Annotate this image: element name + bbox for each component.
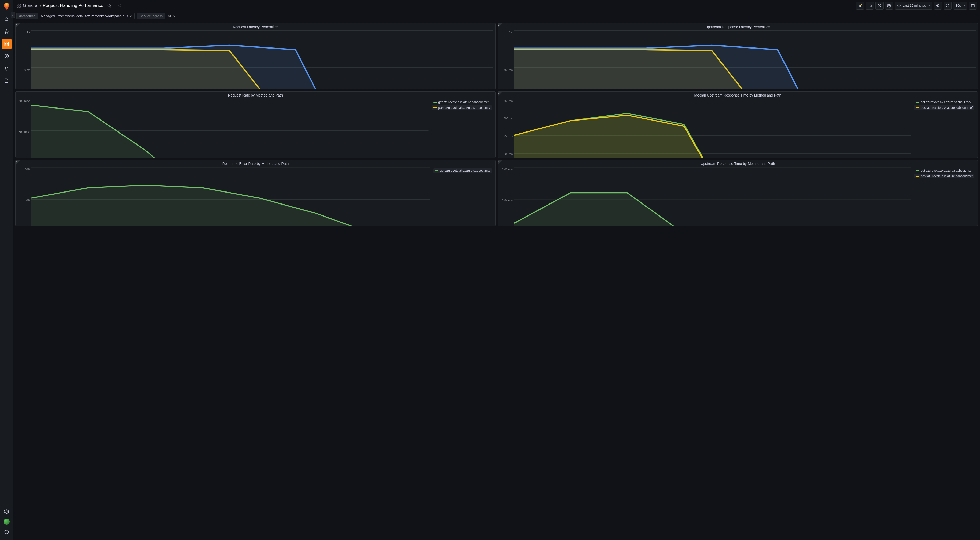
panel-title: Upstream Response Latency Percentiles [498, 23, 978, 29]
legend-item[interactable]: post azurevote.aks.azure.sabbour.me/ [914, 174, 974, 178]
explore-icon[interactable] [2, 51, 12, 61]
cycle-view-button[interactable] [969, 2, 977, 10]
dashboard-insights-button[interactable] [875, 2, 883, 10]
panel-title: Response Error Rate by Method and Path [16, 160, 495, 166]
refresh-interval-picker[interactable]: 30s [953, 2, 967, 10]
chart-plot[interactable] [32, 99, 429, 158]
y-axis: 1 s750 ms500 ms250 ms0 s [500, 30, 514, 89]
svg-rect-21 [971, 4, 974, 6]
svg-point-5 [5, 54, 8, 58]
y-axis: 350 ms300 ms250 ms200 ms150 ms100 ms50 m… [500, 99, 514, 158]
panel-req_latency[interactable]: Request Latency Percentiles1 s750 ms500 … [15, 23, 496, 89]
dashboard-grid-icon [16, 3, 21, 8]
panel-title: Request Rate by Method and Path [16, 92, 495, 98]
legend-item[interactable]: post azurevote.aks.azure.sabbour.me/ [432, 105, 492, 110]
chevron-down-icon [963, 4, 965, 7]
share-button[interactable] [115, 2, 124, 10]
panel-median_up[interactable]: Median Upstream Response Time by Method … [498, 91, 978, 158]
panel-title: Median Upstream Response Time by Method … [498, 92, 978, 98]
breadcrumb-folder[interactable]: General [23, 3, 38, 8]
page-title[interactable]: Request Handling Performance [43, 3, 103, 8]
panel-up_latency[interactable]: Upstream Response Latency Percentiles1 s… [498, 23, 978, 89]
y-axis: 400 req/s300 req/s200 req/s100 req/s0 re… [18, 99, 32, 158]
svg-rect-3 [5, 45, 6, 46]
grafana-logo-icon[interactable] [3, 2, 11, 10]
top-toolbar: General / Request Handling Performance L… [13, 0, 980, 11]
chart-plot[interactable] [514, 167, 911, 226]
legend-item[interactable]: get azurevote.aks.azure.sabbour.me/ [914, 100, 974, 104]
help-icon[interactable] [2, 527, 12, 537]
save-button[interactable] [865, 2, 874, 10]
svg-point-18 [889, 5, 890, 6]
svg-rect-2 [7, 42, 8, 44]
expand-sidebar-button[interactable] [11, 12, 15, 18]
legend: get azurevote.aks.azure.sabbour.me/post … [430, 99, 493, 158]
dashboards-icon[interactable] [2, 39, 12, 49]
legend-item[interactable]: get azurevote.aks.azure.sabbour.me/ [433, 168, 492, 173]
svg-rect-1 [5, 42, 6, 44]
svg-rect-12 [19, 6, 21, 7]
chart-plot[interactable] [514, 99, 911, 158]
starred-icon[interactable] [2, 27, 12, 37]
panel-up_time[interactable]: Upstream Response Time by Method and Pat… [498, 160, 978, 226]
nav-sidebar [0, 0, 13, 540]
y-axis: 1 s750 ms500 ms250 ms0 s [18, 30, 32, 89]
legend: get azurevote.aks.azure.sabbour.me/post … [913, 99, 976, 158]
variable-bar: datasource Managed_Prometheus_defaultazu… [13, 11, 980, 21]
panel-title: Upstream Response Time by Method and Pat… [498, 160, 978, 166]
variable-datasource[interactable]: datasource Managed_Prometheus_defaultazu… [16, 13, 135, 19]
panel-title: Request Latency Percentiles [16, 23, 495, 29]
legend: get azurevote.aks.azure.sabbour.me/post … [913, 167, 976, 226]
user-avatar[interactable] [3, 519, 10, 525]
panel-grid: Request Latency Percentiles1 s750 ms500 … [13, 21, 980, 540]
chart-plot[interactable] [32, 167, 430, 226]
settings-icon[interactable] [2, 506, 12, 516]
refresh-button[interactable] [943, 2, 952, 10]
zoom-out-button[interactable] [934, 2, 942, 10]
panel-info-icon[interactable] [16, 160, 20, 165]
breadcrumb: General / Request Handling Performance [23, 3, 103, 8]
alerting-icon[interactable] [2, 63, 12, 73]
chart-plot[interactable] [32, 30, 493, 89]
search-icon[interactable] [2, 14, 12, 24]
chevron-down-icon [928, 4, 930, 7]
star-dashboard-button[interactable] [105, 2, 113, 10]
add-panel-button[interactable] [856, 2, 864, 10]
svg-rect-11 [17, 6, 18, 7]
panel-info-icon[interactable] [16, 23, 20, 28]
svg-point-0 [5, 18, 8, 21]
dashboard-settings-button[interactable] [885, 2, 893, 10]
time-range-picker[interactable]: Last 15 minutes [895, 2, 932, 10]
legend-item[interactable]: post azurevote.aks.azure.sabbour.me/ [914, 105, 974, 110]
panel-err_rate[interactable]: Response Error Rate by Method and Path50… [15, 160, 496, 226]
y-axis: 50%40%30.0%20%10% [18, 167, 32, 226]
chart-plot[interactable] [514, 30, 976, 89]
svg-rect-10 [19, 4, 21, 5]
variable-service-ingress[interactable]: Service Ingress All [137, 13, 178, 19]
panel-info-icon[interactable] [498, 92, 503, 96]
legend: get azurevote.aks.azure.sabbour.me/ [432, 167, 493, 226]
clock-icon [897, 3, 901, 7]
svg-point-6 [6, 511, 7, 512]
panel-req_rate[interactable]: Request Rate by Method and Path400 req/s… [15, 91, 496, 158]
panel-info-icon[interactable] [498, 23, 503, 28]
y-axis: 2.08 min1.67 min1.25 min50 s25 s [500, 167, 514, 226]
legend-item[interactable]: get azurevote.aks.azure.sabbour.me/ [914, 168, 974, 173]
chevron-down-icon [129, 15, 132, 18]
chevron-down-icon [173, 15, 176, 18]
panel-info-icon[interactable] [498, 160, 503, 165]
svg-rect-9 [17, 4, 18, 5]
svg-rect-16 [869, 6, 871, 7]
file-icon[interactable] [2, 76, 12, 86]
legend-item[interactable]: get azurevote.aks.azure.sabbour.me/ [432, 100, 492, 104]
svg-rect-4 [7, 45, 8, 46]
